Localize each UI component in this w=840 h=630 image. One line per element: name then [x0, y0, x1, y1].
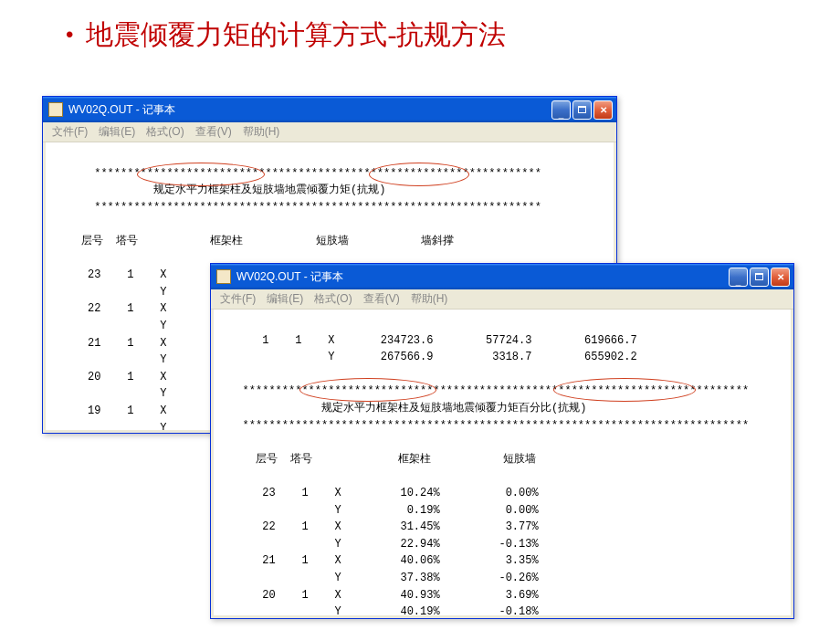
data-row: Y — [55, 286, 166, 299]
columns-row: 层号 塔号 框架柱 短肢墙 — [223, 453, 536, 466]
slide-title-line: • 地震倾覆力矩的计算方式-抗规方法 — [0, 0, 840, 54]
menu-edit[interactable]: 编辑(E) — [261, 291, 309, 307]
data-row: 21 1 X 40.06% 3.35% — [223, 554, 539, 567]
data-row: 20 1 X 40.93% 3.69% — [223, 589, 539, 602]
menu-view[interactable]: 查看(V) — [190, 124, 237, 140]
maximize-button[interactable] — [572, 100, 592, 120]
heading-row: 规定水平力框架柱及短肢墙地震倾覆力矩百分比(抗规) — [223, 402, 586, 415]
text-row: ****************************************… — [55, 167, 541, 180]
data-row: Y — [55, 422, 166, 431]
window-title-1: WV02Q.OUT - 记事本 — [68, 102, 551, 118]
data-row: Y — [55, 320, 166, 332]
menubar-2: 文件(F) 编辑(E) 格式(O) 查看(V) 帮助(H) — [211, 289, 793, 310]
titlebar-2[interactable]: WV02Q.OUT - 记事本 _ ✕ — [211, 264, 793, 289]
columns-row: 层号 塔号 框架柱 短肢墙 墙斜撑 — [55, 235, 454, 247]
window-buttons-1: _ ✕ — [551, 100, 613, 120]
menu-edit[interactable]: 编辑(E) — [93, 124, 141, 140]
data-row: Y 0.19% 0.00% — [223, 504, 539, 517]
menu-file[interactable]: 文件(F) — [47, 124, 93, 140]
app-icon — [216, 269, 231, 284]
notepad-window-2: WV02Q.OUT - 记事本 _ ✕ 文件(F) 编辑(E) 格式(O) 查看… — [210, 263, 794, 619]
text-row: ****************************************… — [223, 419, 749, 432]
menubar-1: 文件(F) 编辑(E) 格式(O) 查看(V) 帮助(H) — [43, 122, 616, 142]
data-row: 21 1 X — [55, 337, 166, 350]
data-row: 23 1 X 10.24% 0.00% — [223, 487, 539, 499]
data-row: Y 40.19% -0.18% — [223, 605, 539, 615]
bullet: • — [66, 24, 73, 46]
menu-format[interactable]: 格式(O) — [309, 291, 357, 307]
data-row: 1 1 X 234723.6 57724.3 619666.7 — [223, 334, 637, 347]
data-row: Y 22.94% -0.13% — [223, 538, 539, 551]
heading-row: 规定水平力框架柱及短肢墙地震倾覆力矩(抗规) — [55, 184, 385, 196]
menu-file[interactable]: 文件(F) — [215, 291, 261, 307]
close-button[interactable]: ✕ — [771, 268, 790, 287]
minimize-button[interactable]: _ — [729, 268, 748, 287]
maximize-button[interactable] — [750, 268, 769, 287]
content-2[interactable]: 1 1 X 234723.6 57724.3 619666.7 Y 267566… — [214, 310, 791, 615]
data-row: Y — [55, 353, 166, 366]
close-button[interactable]: ✕ — [593, 100, 613, 120]
data-row: 22 1 X — [55, 302, 166, 315]
slide-title: 地震倾覆力矩的计算方式-抗规方法 — [86, 16, 506, 54]
text-row: ****************************************… — [223, 384, 749, 397]
data-row: 22 1 X 31.45% 3.77% — [223, 520, 539, 533]
minimize-button[interactable]: _ — [551, 100, 571, 120]
text-row: ****************************************… — [55, 201, 541, 214]
window-buttons-2: _ ✕ — [729, 268, 790, 287]
data-row: 19 1 X — [55, 404, 166, 417]
window-title-2: WV02Q.OUT - 记事本 — [236, 269, 729, 285]
menu-help[interactable]: 帮助(H) — [237, 124, 286, 140]
data-row: Y 37.38% -0.26% — [223, 572, 539, 584]
titlebar-1[interactable]: WV02Q.OUT - 记事本 _ ✕ — [43, 97, 616, 122]
app-icon — [48, 102, 63, 117]
menu-view[interactable]: 查看(V) — [358, 291, 405, 307]
data-row: Y — [55, 387, 166, 400]
menu-help[interactable]: 帮助(H) — [405, 291, 454, 307]
data-row: 20 1 X — [55, 371, 166, 383]
menu-format[interactable]: 格式(O) — [141, 124, 189, 140]
data-row: Y 267566.9 3318.7 655902.2 — [223, 351, 637, 363]
